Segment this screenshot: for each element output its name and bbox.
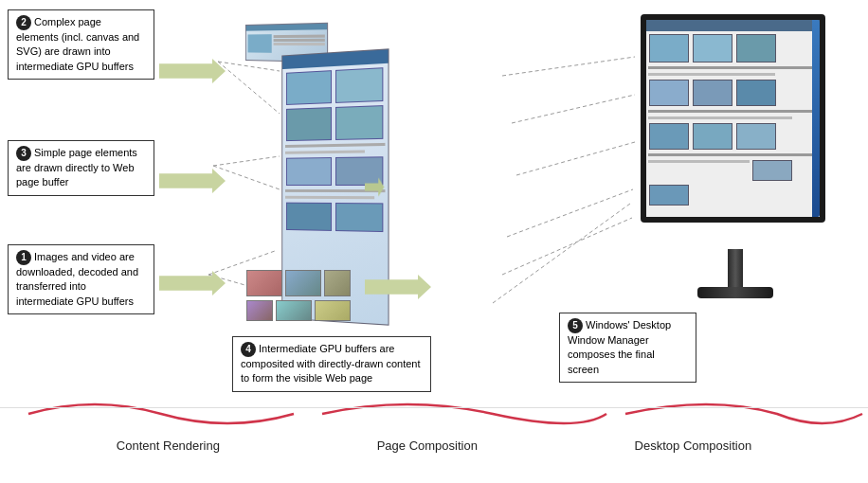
label-content-rendering: Content Rendering [117, 438, 220, 453]
monitor-blue-stripe [812, 20, 820, 217]
svg-line-3 [213, 166, 280, 189]
callout-4: 4Intermediate GPU buffers are composited… [232, 336, 431, 392]
callout-2-text: Complex page elements (incl. canvas and … [16, 16, 139, 72]
callout-3-text: Simple page elements are drawn directly … [16, 147, 137, 188]
svg-line-9 [507, 189, 633, 237]
callout-5: 5Windows' Desktop Window Manager compose… [559, 313, 696, 383]
label-page-composition: Page Composition [377, 438, 478, 453]
badge-1: 1 [16, 250, 31, 265]
svg-line-1 [218, 62, 280, 114]
callout-3: 3Simple page elements are drawn directly… [8, 140, 154, 196]
callout-4-text: Intermediate GPU buffers are composited … [241, 343, 421, 384]
svg-line-7 [512, 95, 635, 123]
svg-line-10 [502, 218, 632, 275]
badge-4: 4 [241, 342, 256, 357]
svg-line-0 [218, 62, 280, 71]
arrow-3 [159, 169, 226, 193]
badge-5: 5 [568, 318, 583, 333]
callout-1: 1Images and video are downloaded, decode… [8, 244, 154, 314]
monitor-display [646, 20, 820, 217]
svg-line-2 [213, 156, 280, 166]
monitor-screen [641, 14, 825, 223]
svg-line-11 [493, 204, 630, 303]
callout-2: 2Complex page elements (incl. canvas and… [8, 9, 154, 80]
bottom-section: Content Rendering Page Composition Deskt… [0, 407, 868, 483]
arrow-2 [159, 59, 226, 83]
badge-2: 2 [16, 15, 31, 30]
label-desktop-composition: Desktop Composition [635, 438, 752, 453]
monitor-stand [697, 249, 773, 298]
thumbnail-area [246, 270, 351, 321]
svg-line-6 [502, 57, 635, 76]
callout-5-text: Windows' Desktop Window Manager composes… [568, 319, 671, 375]
diagram-area: 2Complex page elements (incl. canvas and… [0, 0, 868, 407]
callout-1-text: Images and video are downloaded, decoded… [16, 251, 138, 307]
arrow-1 [159, 271, 226, 295]
monitor [631, 14, 840, 298]
badge-3: 3 [16, 146, 31, 161]
svg-line-8 [516, 142, 635, 175]
